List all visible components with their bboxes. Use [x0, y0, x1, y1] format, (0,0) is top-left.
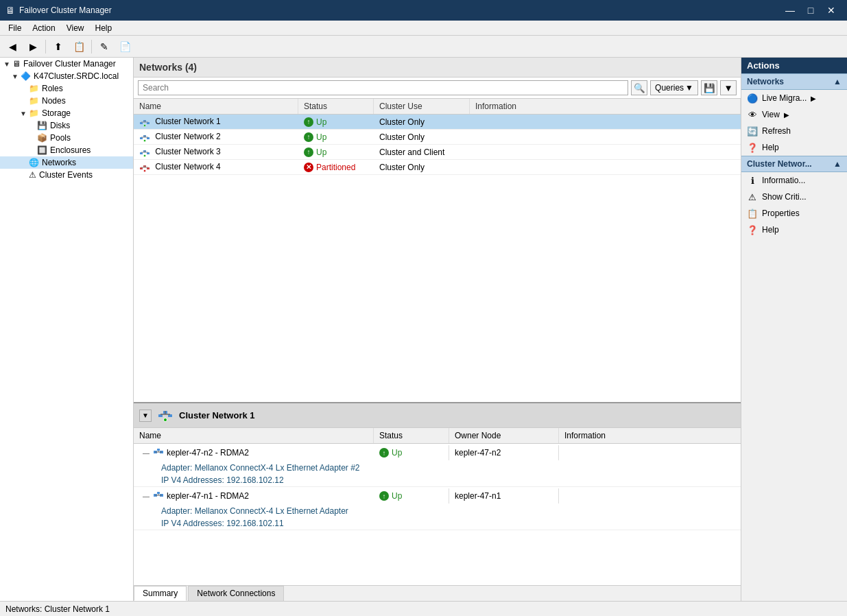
networks-table: Name Status Cluster Use Information Clus…: [134, 99, 741, 402]
tab-summary[interactable]: Summary: [134, 586, 187, 601]
detail-sub-2a: Adapter: Mellanox ConnectX-4 Lx Ethernet…: [134, 505, 741, 517]
save-query-button[interactable]: 💾: [701, 80, 717, 95]
close-button[interactable]: ✕: [821, 0, 842, 21]
svg-point-34: [164, 418, 167, 422]
tree-item-fcm[interactable]: ▼ 🖥 Failover Cluster Manager: [0, 58, 133, 70]
tree-item-cluster[interactable]: ▼ 🔷 K47Cluster.SRDC.local: [0, 70, 133, 82]
detail-col-header-status[interactable]: Status: [374, 428, 449, 443]
menu-action[interactable]: Action: [27, 22, 60, 34]
actions-section-cluster-network[interactable]: Cluster Networ... ▲: [741, 156, 847, 172]
detail-sub-1b: IP V4 Addresses: 192.168.102.12: [134, 474, 741, 486]
action-help-networks-label: Help: [762, 143, 779, 152]
detail-owner-2: kepler-47-n1: [449, 488, 559, 504]
tree-item-disks[interactable]: 💾 Disks: [0, 119, 133, 132]
network-name-text-2: Cluster Network 2: [155, 132, 220, 141]
network-name-text-4: Cluster Network 4: [155, 162, 220, 171]
detail-title: Cluster Network 1: [179, 410, 255, 420]
doc-button[interactable]: 📄: [115, 38, 134, 56]
tree-item-roles[interactable]: 📁 Roles: [0, 82, 133, 95]
roles-icon: 📁: [29, 84, 39, 93]
networks-panel-title: Networks (4): [139, 62, 197, 73]
view-arrow-icon: ▶: [784, 111, 789, 119]
menu-file[interactable]: File: [3, 22, 27, 34]
tree-item-enclosures[interactable]: 🔲 Enclosures: [0, 144, 133, 156]
col-header-information[interactable]: Information: [470, 99, 741, 114]
status-up-icon-2: ↑: [304, 132, 313, 142]
action-properties[interactable]: 📋 Properties: [741, 205, 847, 222]
action-properties-label: Properties: [762, 209, 800, 218]
tree-item-cluster-events[interactable]: ⚠ Cluster Events: [0, 169, 133, 181]
detail-info-2: [559, 493, 741, 499]
tree-item-storage[interactable]: ▼ 📁 Storage: [0, 107, 133, 119]
actions-section-networks-label: Networks: [747, 77, 784, 86]
main-layout: ▼ 🖥 Failover Cluster Manager ▼ 🔷 K47Clus…: [0, 58, 847, 601]
view-icon: 👁: [747, 109, 758, 120]
pools-label: Pools: [50, 133, 71, 143]
network-name-text-3: Cluster Network 3: [155, 147, 220, 156]
tree-item-pools[interactable]: 📦 Pools: [0, 132, 133, 144]
right-panel: Actions Networks ▲ 🔵 Live Migra... ▶ 👁 V…: [741, 58, 847, 601]
network-info-4: [470, 166, 741, 169]
cluster-events-label: Cluster Events: [39, 170, 93, 180]
action-view[interactable]: 👁 View ▶: [741, 106, 847, 123]
nodes-icon: 📁: [29, 96, 39, 106]
detail-col-headers: Name Status Owner Node Information: [134, 428, 741, 444]
actions-header: Actions: [741, 58, 847, 73]
svg-point-20: [144, 154, 146, 156]
detail-row-main-1[interactable]: — kepler-47-n2 - RDMA2 ↑ Up kepler-47-n2: [134, 444, 741, 462]
detail-row-main-2[interactable]: — kepler-47-n1 - RDMA2 ↑ Up kepler-47-n1: [134, 487, 741, 505]
maximize-button[interactable]: □: [800, 0, 821, 21]
col-header-status[interactable]: Status: [298, 99, 374, 114]
storage-label: Storage: [42, 108, 71, 118]
action-help-networks[interactable]: ❓ Help: [741, 139, 847, 156]
networks-label: Networks: [42, 158, 76, 167]
detail-network-icon: [157, 406, 174, 425]
network-name-4: Cluster Network 4: [134, 161, 298, 174]
minimize-button[interactable]: —: [780, 0, 800, 21]
expand-icon-nodes: [19, 97, 27, 105]
detail-info-1: [559, 450, 741, 455]
detail-col-header-info[interactable]: Information: [559, 428, 741, 443]
network-row-1[interactable]: Cluster Network 1 ↑ Up Cluster Only: [134, 115, 741, 130]
queries-button[interactable]: Queries ▼: [650, 80, 698, 95]
left-panel: ▼ 🖥 Failover Cluster Manager ▼ 🔷 K47Clus…: [0, 58, 134, 601]
forward-button[interactable]: ▶: [23, 38, 43, 56]
menu-help[interactable]: Help: [90, 22, 118, 34]
network-info-1: [470, 121, 741, 123]
status-bar: Networks: Cluster Network 1: [0, 601, 847, 616]
detail-col-header-owner[interactable]: Owner Node: [449, 428, 559, 443]
detail-row-1: — kepler-47-n2 - RDMA2 ↑ Up kepler-47-n2: [134, 444, 741, 487]
network-name-1: Cluster Network 1: [134, 115, 298, 129]
action-help-cluster[interactable]: ❓ Help: [741, 222, 847, 238]
search-button[interactable]: 🔍: [631, 80, 647, 95]
col-header-name[interactable]: Name: [134, 99, 298, 114]
actions-section-networks[interactable]: Networks ▲: [741, 73, 847, 90]
action-refresh[interactable]: 🔄 Refresh: [741, 123, 847, 139]
copy-button[interactable]: 📋: [69, 38, 88, 56]
detail-panel: ▼ Cluster Network 1 Name Status Owner No…: [134, 402, 741, 601]
tree-item-nodes[interactable]: 📁 Nodes: [0, 95, 133, 107]
menu-view[interactable]: View: [61, 22, 90, 34]
action-information[interactable]: ℹ Informatio...: [741, 172, 847, 189]
network-row-3[interactable]: Cluster Network 3 ↑ Up Cluster and Clien…: [134, 145, 741, 160]
tree-item-networks[interactable]: 🌐 Networks: [0, 156, 133, 169]
expand-icon-disks: [27, 122, 36, 130]
detail-col-header-name[interactable]: Name: [134, 428, 374, 443]
tab-network-connections[interactable]: Network Connections: [188, 586, 284, 601]
network-row-4[interactable]: Cluster Network 4 ✕ Partitioned Cluster …: [134, 160, 741, 175]
svg-rect-38: [157, 449, 160, 451]
up-button[interactable]: ⬆: [49, 38, 68, 56]
action-show-critical[interactable]: ⚠ Show Criti...: [741, 189, 847, 205]
menu-bar: File Action View Help: [0, 21, 847, 36]
network-row-2[interactable]: Cluster Network 2 ↑ Up Cluster Only: [134, 130, 741, 145]
search-input[interactable]: [138, 80, 628, 95]
network-info-2: [470, 136, 741, 139]
properties-icon: 📋: [747, 208, 758, 219]
detail-collapse-button[interactable]: ▼: [139, 410, 152, 422]
action-live-migrate[interactable]: 🔵 Live Migra... ▶: [741, 90, 847, 106]
edit-button[interactable]: ✎: [95, 38, 114, 56]
col-header-cluster-use[interactable]: Cluster Use: [374, 99, 470, 114]
query-options-button[interactable]: ▼: [720, 80, 737, 95]
toolbar: ◀ ▶ ⬆ 📋 ✎ 📄: [0, 36, 847, 58]
back-button[interactable]: ◀: [3, 38, 22, 56]
